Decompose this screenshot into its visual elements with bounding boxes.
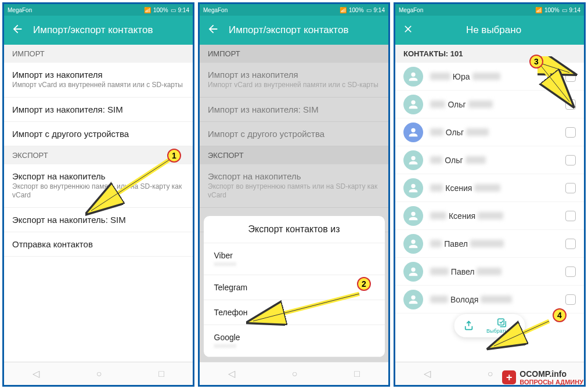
avatar-icon xyxy=(403,123,423,142)
contact-row[interactable]: Ольг xyxy=(395,118,584,146)
back-arrow-icon[interactable] xyxy=(11,23,25,38)
avatar-icon xyxy=(403,290,423,309)
close-icon[interactable] xyxy=(402,23,416,38)
battery-icon: ▭ xyxy=(171,7,176,13)
signal-icon: 📶 xyxy=(340,7,347,13)
nav-bar: ◁ ○ □ xyxy=(4,362,193,385)
contact-row[interactable]: Юра xyxy=(395,63,584,91)
contact-row[interactable]: Володя xyxy=(395,286,584,314)
battery-text: 100% xyxy=(153,7,168,13)
contact-name-label: Павел xyxy=(430,239,565,248)
content-area: ИМПОРТ Импорт из накопителя Импорт vCard… xyxy=(200,45,388,362)
section-import: ИМПОРТ xyxy=(4,45,193,63)
dialog-option-telegram[interactable]: Telegram xyxy=(204,275,385,300)
plus-icon: + xyxy=(502,370,516,384)
nav-back-icon[interactable]: ◁ xyxy=(424,368,431,379)
contact-list: ЮраОльгОльгОльгКсенияКсенияПавелПавелВол… xyxy=(395,63,584,314)
dialog-option-viber[interactable]: Viberxxxxxxx xyxy=(204,243,385,275)
contact-row[interactable]: Ольг xyxy=(395,146,584,174)
battery-icon: ▭ xyxy=(366,7,371,13)
content-area: ИМПОРТ Импорт из накопителя Импорт vCard… xyxy=(4,45,193,362)
contact-name-label: Ольг xyxy=(430,128,565,137)
nav-home-icon[interactable]: ○ xyxy=(488,369,493,379)
contact-name-label: Юра xyxy=(430,72,565,81)
carrier-label: MegaFon xyxy=(8,7,144,13)
avatar-icon xyxy=(403,67,423,87)
avatar-icon xyxy=(403,206,423,226)
bottom-actions: Выбрать все xyxy=(454,314,525,337)
phone-screen-3: MegaFon 📶 100% ▭ 9:14 Не выбрано КОНТАКТ… xyxy=(394,2,586,387)
contact-name-label: Ксения xyxy=(430,211,565,221)
item-import-storage[interactable]: Импорт из накопителя Импорт vCard из вну… xyxy=(4,63,193,98)
avatar-icon xyxy=(403,95,423,114)
contact-row[interactable]: Ольг xyxy=(395,91,584,118)
phone-screen-2: MegaFon 📶 100% ▭ 9:14 Импорт/экспорт кон… xyxy=(198,2,390,387)
signal-icon: 📶 xyxy=(535,7,542,13)
status-bar: MegaFon 📶 100% ▭ 9:14 xyxy=(395,4,584,16)
nav-recent-icon[interactable]: □ xyxy=(354,369,360,379)
back-arrow-icon[interactable] xyxy=(207,23,221,38)
header-title: Не выбрано xyxy=(424,24,563,36)
share-icon[interactable] xyxy=(462,319,475,332)
app-header: Не выбрано xyxy=(395,16,584,45)
status-bar: MegaFon 📶 100% ▭ 9:14 xyxy=(200,4,388,16)
nav-back-icon[interactable]: ◁ xyxy=(33,368,39,379)
dialog-backdrop[interactable]: Экспорт контактов из Viberxxxxxxx Telegr… xyxy=(200,45,388,362)
avatar-icon xyxy=(403,178,423,198)
phone-screen-1: MegaFon 📶 100% ▭ 9:14 Импорт/экспорт кон… xyxy=(2,2,194,387)
status-bar: MegaFon 📶 100% ▭ 9:14 xyxy=(4,4,193,16)
nav-home-icon[interactable]: ○ xyxy=(292,369,298,379)
app-header: Импорт/экспорт контактов xyxy=(200,16,388,45)
contact-checkbox[interactable] xyxy=(565,183,576,193)
contact-checkbox[interactable] xyxy=(565,155,576,165)
contact-checkbox[interactable] xyxy=(565,127,576,138)
contact-checkbox[interactable] xyxy=(565,211,576,221)
item-export-sim[interactable]: Экспорт на накопитель: SIM xyxy=(4,208,193,232)
contact-checkbox[interactable] xyxy=(565,71,576,82)
dialog-title: Экспорт контактов из xyxy=(204,216,385,243)
nav-bar: ◁ ○ □ xyxy=(200,362,388,385)
contact-name-label: Володя xyxy=(430,295,565,304)
export-dialog: Экспорт контактов из Viberxxxxxxx Telegr… xyxy=(204,216,385,357)
nav-recent-icon[interactable]: □ xyxy=(158,369,164,379)
contact-name-label: Ольг xyxy=(430,100,565,109)
contact-name-label: Павел xyxy=(430,267,565,276)
watermark: + OCOMP.info ВОПРОСЫ АДМИНУ xyxy=(502,369,583,386)
contact-checkbox[interactable] xyxy=(565,239,576,249)
item-import-other[interactable]: Импорт с другого устройства xyxy=(4,122,193,146)
contact-row[interactable]: Ксения xyxy=(395,202,584,230)
contacts-count-label: КОНТАКТЫ: 101 xyxy=(395,45,584,63)
battery-icon: ▭ xyxy=(562,7,567,13)
app-header: Импорт/экспорт контактов xyxy=(4,16,193,45)
contact-checkbox[interactable] xyxy=(565,294,576,305)
avatar-icon xyxy=(403,262,423,282)
contact-checkbox[interactable] xyxy=(565,99,576,110)
avatar-icon xyxy=(403,234,423,254)
contact-checkbox[interactable] xyxy=(565,266,576,277)
svg-rect-6 xyxy=(498,319,504,325)
nav-back-icon[interactable]: ◁ xyxy=(228,368,235,379)
dialog-option-phone[interactable]: Телефон xyxy=(204,300,385,325)
contact-row[interactable]: Ксения xyxy=(395,174,584,202)
contact-row[interactable]: Павел xyxy=(395,258,584,286)
item-import-sim[interactable]: Импорт из накопителя: SIM xyxy=(4,98,193,122)
avatar-icon xyxy=(403,150,423,170)
signal-icon: 📶 xyxy=(144,7,151,13)
content-area: КОНТАКТЫ: 101 ЮраОльгОльгОльгКсенияКсени… xyxy=(395,45,584,362)
contact-name-label: Ксения xyxy=(430,183,565,193)
clock-text: 9:14 xyxy=(178,7,189,13)
item-export-storage[interactable]: Экспорт на накопитель Экспорт во внутрен… xyxy=(4,164,193,208)
contact-name-label: Ольг xyxy=(430,156,565,165)
section-export: ЭКСПОРТ xyxy=(4,146,193,164)
dialog-option-google[interactable]: Googlexxxxxxx xyxy=(204,325,385,357)
contact-row[interactable]: Павел xyxy=(395,230,584,258)
select-all-button[interactable]: Выбрать все xyxy=(486,318,517,334)
nav-home-icon[interactable]: ○ xyxy=(96,369,102,379)
item-send-contacts[interactable]: Отправка контактов xyxy=(4,232,193,257)
header-title: Импорт/экспорт контактов xyxy=(33,24,186,36)
